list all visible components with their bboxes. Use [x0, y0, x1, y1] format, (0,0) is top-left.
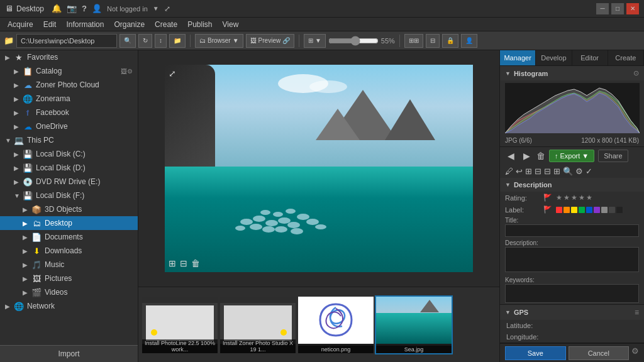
- star-4[interactable]: ★: [579, 194, 585, 202]
- refresh-button[interactable]: ↻: [138, 34, 152, 48]
- sidebar-item-local-c[interactable]: ▶ 💾 Local Disk (C:): [0, 147, 138, 161]
- star-2[interactable]: ★: [564, 194, 570, 202]
- menu-create[interactable]: Create: [150, 19, 182, 30]
- sort-button[interactable]: ↕: [155, 34, 167, 48]
- sidebar-item-documents[interactable]: ▶ 📄 Documents: [0, 230, 138, 244]
- catalog-settings-icon[interactable]: ⚙: [127, 68, 133, 75]
- star-1[interactable]: ★: [556, 194, 562, 202]
- sidebar-item-zoner-cloud[interactable]: ▶ ☁ Zoner Photo Cloud: [0, 78, 138, 92]
- display-mode-button[interactable]: ⊞ ▼: [304, 34, 326, 48]
- save-button[interactable]: Save: [505, 346, 566, 360]
- share-button[interactable]: Share: [598, 150, 628, 162]
- nav-delete-button[interactable]: 🗑: [536, 151, 545, 161]
- color-black[interactable]: [616, 207, 623, 213]
- help-icon[interactable]: ?: [82, 4, 87, 13]
- color-orange[interactable]: [564, 207, 570, 213]
- description-textarea[interactable]: [505, 247, 639, 272]
- star-rating[interactable]: ★ ★ ★ ★ ★: [556, 194, 592, 202]
- preview-icon-1[interactable]: ⊞: [169, 258, 176, 268]
- rating-flag-icon[interactable]: 🚩: [543, 194, 552, 202]
- menu-publish[interactable]: Publish: [182, 19, 217, 30]
- sidebar-item-favorites[interactable]: ▶ ★ Favorites: [0, 50, 138, 64]
- cancel-button[interactable]: Cancel: [569, 346, 630, 360]
- color-purple[interactable]: [594, 207, 600, 213]
- sidebar-item-onedrive[interactable]: ▶ ☁ OneDrive: [0, 119, 138, 133]
- color-red[interactable]: [556, 207, 562, 213]
- sidebar-item-thispc[interactable]: ▼ 💻 This PC: [0, 133, 138, 147]
- thumbnail-2[interactable]: Install Zoner Photo Studio X 19 1...: [220, 297, 296, 353]
- nav-back-button[interactable]: ◀: [505, 150, 517, 162]
- maximize-icon[interactable]: ⤢: [164, 4, 170, 13]
- tool-rotate-cw[interactable]: 🖊: [505, 167, 513, 176]
- import-button[interactable]: Import: [0, 345, 138, 362]
- menu-organize[interactable]: Organize: [109, 19, 150, 30]
- lock-button[interactable]: 🔒: [442, 34, 458, 48]
- sidebar-item-music[interactable]: ▶ 🎵 Music: [0, 258, 138, 272]
- sidebar-item-3dobjects[interactable]: ▶ 📦 3D Objects: [0, 202, 138, 216]
- folder-action-button[interactable]: 📁: [169, 34, 186, 48]
- histogram-settings-icon[interactable]: ⊙: [633, 69, 639, 77]
- sidebar-item-desktop[interactable]: ▶ 🗂 Desktop: [0, 216, 138, 230]
- color-dark[interactable]: [609, 207, 615, 213]
- user-dropdown-icon[interactable]: ▼: [153, 5, 159, 12]
- sidebar-item-local-f[interactable]: ▼ 💾 Local Disk (F:): [0, 189, 138, 202]
- histogram-header[interactable]: ▼ Histogram ⊙: [500, 66, 644, 80]
- preview-expand-icon[interactable]: ⤢: [169, 69, 176, 79]
- sidebar-item-downloads[interactable]: ▶ ⬇ Downloads: [0, 244, 138, 258]
- menu-edit[interactable]: Edit: [38, 19, 62, 30]
- thumbnail-4[interactable]: Sea.jpg: [376, 297, 452, 353]
- label-flag-icon[interactable]: 🚩: [543, 206, 552, 214]
- zoom-slider[interactable]: [328, 36, 379, 46]
- tab-manager[interactable]: Manager: [500, 50, 536, 65]
- compare-button[interactable]: ⊟: [426, 34, 440, 48]
- menu-view[interactable]: View: [218, 19, 244, 30]
- grid-view-button[interactable]: ⊞⊞: [404, 34, 423, 48]
- sidebar-item-local-d[interactable]: ▶ 💾 Local Disk (D:): [0, 161, 138, 175]
- preview-icon-2[interactable]: ⊟: [180, 258, 187, 268]
- color-palette[interactable]: [556, 207, 623, 213]
- tool-grid2[interactable]: ⊟: [535, 167, 541, 176]
- star-3[interactable]: ★: [571, 194, 577, 202]
- minimize-button[interactable]: ─: [596, 3, 609, 14]
- sidebar-item-network[interactable]: ▶ 🌐 Network: [0, 299, 138, 313]
- path-input[interactable]: [16, 34, 117, 48]
- tool-compare[interactable]: ⊟: [544, 167, 551, 176]
- close-button[interactable]: ✕: [626, 3, 639, 14]
- maximize-button[interactable]: □: [611, 3, 624, 14]
- sidebar-item-videos[interactable]: ▶ 🎬 Videos: [0, 285, 138, 299]
- tool-rotate-ccw[interactable]: ↩: [516, 167, 523, 176]
- tool-search[interactable]: 🔍: [563, 167, 573, 176]
- export-button[interactable]: ↑ Export ▼: [549, 150, 594, 162]
- tool-zoom[interactable]: ⊞: [553, 167, 560, 176]
- color-blue[interactable]: [586, 207, 592, 213]
- tool-grid1[interactable]: ⊞: [525, 167, 532, 176]
- sidebar-item-dvd-e[interactable]: ▶ 💿 DVD RW Drive (E:): [0, 175, 138, 189]
- thumbnail-3[interactable]: neticon.png: [298, 297, 374, 353]
- keywords-input[interactable]: [505, 284, 639, 303]
- thumbnail-1[interactable]: Install PhotoLine 22.5 100% work...: [142, 297, 218, 353]
- title-input[interactable]: [505, 224, 639, 237]
- search-button[interactable]: 🔍: [119, 34, 136, 48]
- nav-forward-button[interactable]: ▶: [521, 150, 533, 162]
- sidebar-item-zonerama[interactable]: ▶ 🌐 Zonerama: [0, 92, 138, 106]
- catalog-image-icon[interactable]: 🖼: [121, 68, 127, 75]
- menu-acquire[interactable]: Acquire: [3, 19, 38, 30]
- description-header[interactable]: ▼ Description: [500, 178, 644, 192]
- gps-menu-icon[interactable]: ≡: [635, 308, 639, 317]
- tool-settings[interactable]: ⚙: [575, 167, 583, 176]
- sidebar-item-pictures[interactable]: ▶ 🖼 Pictures: [0, 272, 138, 285]
- gps-header[interactable]: ▼ GPS ≡: [500, 305, 644, 320]
- camera-icon[interactable]: 📷: [67, 4, 77, 13]
- star-5[interactable]: ★: [586, 194, 592, 202]
- bell-icon[interactable]: 🔔: [52, 4, 62, 13]
- color-yellow[interactable]: [571, 207, 577, 213]
- sidebar-item-catalog[interactable]: ▶ 📋 Catalog 🖼 ⚙: [0, 64, 138, 78]
- preview-area[interactable]: ⊞ ⊟ 🗑 ⤢ ☆☆☆☆☆: [138, 50, 499, 287]
- tab-create[interactable]: Create: [608, 50, 644, 65]
- menu-information[interactable]: Information: [61, 19, 109, 30]
- tool-check[interactable]: ✓: [586, 167, 592, 176]
- preview-button[interactable]: 🖼 Preview 🔗: [246, 34, 295, 48]
- preview-delete-icon[interactable]: 🗑: [191, 258, 200, 268]
- settings-gear-icon[interactable]: ⚙: [631, 346, 639, 360]
- sidebar-item-facebook[interactable]: ▶ f Facebook: [0, 106, 138, 119]
